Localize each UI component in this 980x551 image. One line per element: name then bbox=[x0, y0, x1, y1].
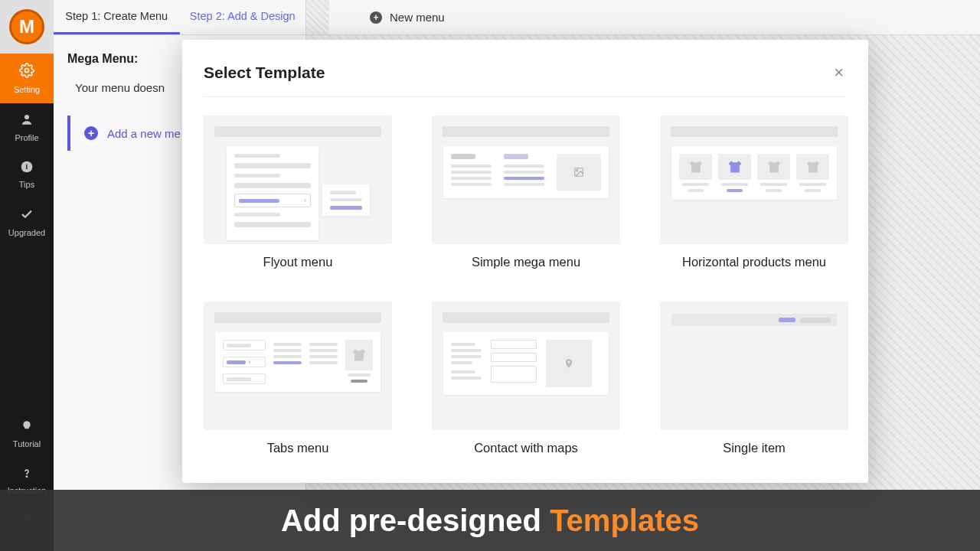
template-card-horizontal-products[interactable]: Horizontal products menu bbox=[660, 116, 848, 269]
template-grid: › Flyout menu bbox=[204, 116, 847, 455]
template-card-tabs[interactable]: › Tabs menu bbox=[204, 302, 392, 455]
template-preview bbox=[432, 302, 620, 430]
map-icon bbox=[546, 340, 592, 387]
svg-point-7 bbox=[577, 170, 578, 171]
image-icon bbox=[557, 154, 601, 191]
template-label: Contact with maps bbox=[474, 441, 578, 455]
template-label: Flyout menu bbox=[263, 255, 333, 269]
promo-banner: Add pre-designed Templates bbox=[0, 490, 980, 551]
template-preview: › bbox=[204, 302, 392, 430]
template-label: Horizontal products menu bbox=[682, 255, 826, 269]
template-preview bbox=[660, 116, 848, 244]
template-preview bbox=[432, 116, 620, 244]
shirt-icon bbox=[345, 340, 373, 370]
banner-accent: Templates bbox=[550, 504, 699, 537]
select-template-modal: Select Template × › bbox=[182, 40, 868, 483]
template-card-contact[interactable]: Contact with maps bbox=[432, 302, 620, 455]
modal-title: Select Template bbox=[204, 64, 325, 82]
template-card-single-item[interactable]: Single item bbox=[660, 302, 848, 455]
template-card-flyout[interactable]: › Flyout menu bbox=[204, 116, 392, 269]
banner-pre: Add pre-designed bbox=[281, 504, 550, 537]
template-preview: › bbox=[204, 116, 392, 244]
template-card-simple-mega[interactable]: Simple mega menu bbox=[432, 116, 620, 269]
banner-text: Add pre-designed Templates bbox=[281, 504, 699, 538]
template-label: Tabs menu bbox=[267, 441, 329, 455]
modal-header: Select Template × bbox=[204, 63, 847, 97]
template-label: Single item bbox=[723, 441, 786, 455]
template-label: Simple mega menu bbox=[472, 255, 580, 269]
close-icon[interactable]: × bbox=[831, 63, 847, 83]
template-preview bbox=[660, 302, 848, 430]
